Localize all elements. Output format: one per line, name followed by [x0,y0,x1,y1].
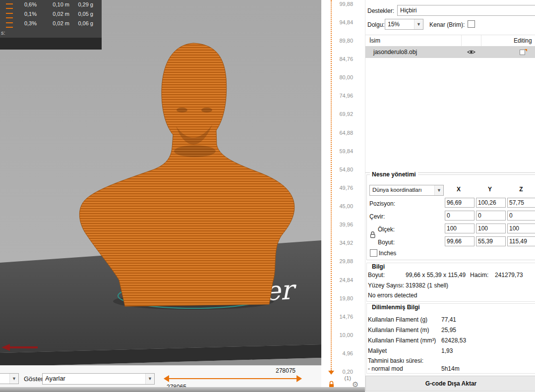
ruler-tick-label: 54,80 [339,167,353,172]
destekler-label: Destekler: [367,7,394,14]
ruler-tick-label: 29,88 [339,258,353,264]
filament-m-label: Kullanılan Filament (m) [368,327,429,334]
overlay-partial-label: s: [1,30,5,36]
left-mini-select[interactable]: ▼ [0,373,19,384]
stat-length: 0,02 m [44,11,69,17]
model-face-shade [177,108,187,112]
ruler-tick-label: 49,76 [339,185,353,191]
filament-g-value: 77,41 [441,316,456,323]
stat-row: 0,1% 0,02 m 0,05 g [0,11,102,19]
viewport-canvas[interactable]: der [0,0,321,365]
model-neck-shade [174,145,216,157]
stat-percent: 0,6% [17,1,37,7]
ruler-tick-label: 99,88 [339,1,353,7]
ruler-tick-label: 69,92 [339,111,353,117]
model-face-shade [201,108,212,112]
stat-row: 0,3% 0,02 m 0,06 g [0,20,102,28]
scale-z-input[interactable] [507,224,535,233]
ayarlar-select[interactable]: Ayarlar ▼ [42,373,155,385]
viewport-bottom-bar: ▼ Göster Ayarlar ▼ 278075 278065 [0,365,321,389]
stat-weight: 0,06 g [69,20,93,26]
slider-track[interactable] [167,378,297,379]
position-x-input[interactable] [445,198,475,208]
info-volume-label: Hacim: [470,272,488,279]
ruler-tick-label: 4,96 [343,350,353,356]
layer-color-dash-icon [6,22,13,28]
normal-mode-value: 5h14m [441,365,460,372]
column-y: Y [482,186,497,193]
info-volume-value: 241279,73 [495,272,523,279]
ruler-tick-label: 39,96 [339,222,353,227]
destekler-select[interactable]: Hiçbiri [397,5,535,16]
3d-viewport[interactable]: der 0,6% 0,10 m 0,29 g 0,1% 0 [0,0,321,365]
slider-right-arrow-icon[interactable] [297,375,305,382]
stat-length: 0,10 m [44,1,69,7]
edit-copy-icon[interactable] [519,49,528,57]
stat-length: 0,02 m [44,20,69,26]
info-group: Bilgi Boyut: 99,66 x 55,39 x 115,49 Haci… [366,263,535,302]
ruler-tick-label: 10,00 [339,332,353,338]
size-z-input[interactable] [507,236,535,246]
scale-label: Ölçek: [378,226,395,233]
ruler-tick-label: 14,76 [339,314,353,320]
size-x-input[interactable] [445,236,475,246]
ruler-tick-label: 45,00 [339,203,353,209]
chevron-down-icon: ▼ [9,374,18,384]
dolgu-label: Dolgu: [367,21,385,28]
rotate-x-input[interactable] [445,211,475,221]
rotate-y-input[interactable] [476,211,506,221]
filament-mm3-value: 62428,53 [441,337,466,344]
gcode-export-button[interactable]: G-code Dışa Aktar [365,376,535,392]
column-isim: İsim [369,37,380,44]
object-list-header: İsim Editing [365,35,535,47]
ruler-tick-label: 84,76 [339,56,353,62]
scale-x-input[interactable] [445,224,475,233]
kenar-brim-checkbox[interactable] [468,20,475,28]
scale-y-input[interactable] [476,224,506,233]
column-x: X [451,186,466,193]
ruler-tick-label: 94,84 [339,19,353,25]
inches-checkbox[interactable] [370,249,377,257]
layer-slider-handle-icon[interactable] [328,371,334,378]
coordinate-system-select[interactable]: Dünya koordinatları ▼ [369,185,444,196]
ruler-bottom-note: (1) [345,375,351,381]
scale-lock-icon[interactable] [370,230,376,245]
object-management-group: Nesne yönetimi Dünya koordinatları ▼ X Y… [366,174,535,260]
stat-percent: 0,3% [17,20,37,26]
ruler-tick-label: 89,80 [339,38,353,44]
position-y-input[interactable] [476,198,506,208]
cost-value: 1,93 [441,347,453,354]
object-name: jasonderulo8.obj [373,49,417,56]
rotate-z-input[interactable] [507,211,535,221]
overlay-footer [0,38,102,50]
stat-weight: 0,05 g [69,11,93,17]
ruler-tick-label: 74,96 [339,93,353,99]
stat-weight: 0,29 g [69,1,93,7]
object-list-row[interactable]: jasonderulo8.obj [365,46,535,58]
destekler-value: Hiçbiri [400,7,416,14]
object-management-title: Nesne yönetimi [370,171,418,178]
chevron-down-icon: ▼ [414,19,423,29]
goster-label: Göster [24,375,43,383]
coordinate-system-value: Dünya koordinatları [372,187,422,193]
normal-mode-label: - normal mod [368,365,403,372]
print-statistics-overlay: 0,6% 0,10 m 0,29 g 0,1% 0,02 m 0,05 g 0,… [0,0,102,50]
ruler-tick-label: 34,92 [339,240,353,246]
ruler-tick-label: 0,20 [343,369,353,375]
size-label: Boyut: [378,239,395,246]
dolgu-value: 15% [388,21,400,28]
ruler-tick-label: 80,00 [339,74,353,80]
filament-m-value: 25,95 [441,327,456,334]
size-y-input[interactable] [476,236,506,246]
layer-color-dash-icon [6,13,13,18]
dolgu-select[interactable]: 15% ▼ [385,19,423,30]
column-editing: Editing [514,37,532,44]
filament-g-label: Kullanılan Filament (g) [368,316,427,323]
position-z-input[interactable] [507,198,535,208]
visibility-eye-icon[interactable] [467,49,476,56]
chevron-down-icon: ▼ [145,374,154,384]
ruler-tick-label: 64,88 [339,130,353,136]
layer-slider-line[interactable] [331,0,332,371]
slider-max-value: 278075 [276,367,296,374]
object-list: İsim Editing jasonderulo8.obj [365,35,535,173]
